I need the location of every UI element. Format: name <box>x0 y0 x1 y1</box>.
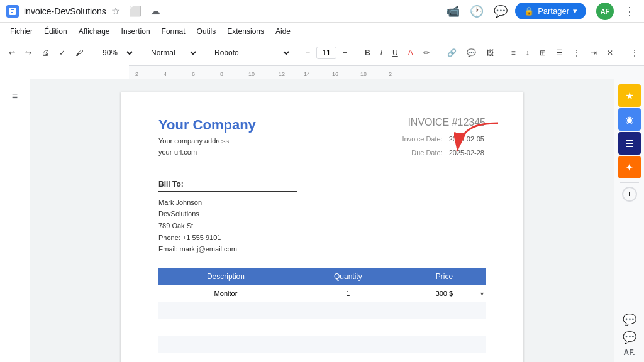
row4-quantity <box>293 336 403 353</box>
menu-aide[interactable]: Aide <box>270 25 296 38</box>
bill-to-line <box>158 191 297 192</box>
client-email: Email: mark.j@email.com <box>158 243 486 255</box>
font-size-decrease[interactable]: − <box>302 46 314 60</box>
undo-icon[interactable]: ↩ <box>5 46 19 60</box>
table-header-price: Price <box>403 268 486 285</box>
ext-add-icon[interactable]: + <box>622 187 637 202</box>
lock-icon: 🔒 <box>524 6 534 16</box>
chat2-icon[interactable]: 💬 <box>623 331 636 344</box>
avatar[interactable]: AF <box>596 3 614 20</box>
columns-button[interactable]: ⊞ <box>536 46 550 60</box>
ruler: 2 4 6 8 10 12 14 16 18 2 <box>0 65 644 79</box>
menu-format[interactable]: Format <box>157 25 191 38</box>
numbered-list-button[interactable]: ⋮ <box>569 46 584 60</box>
row4-price <box>403 336 486 353</box>
menu-fichier[interactable]: Fichier <box>5 25 38 38</box>
row4-description <box>158 336 293 353</box>
image-button[interactable]: 🖼 <box>482 46 497 60</box>
font-select[interactable]: RobotoArialTimes New Roman <box>209 45 292 60</box>
client-name: Mark Johnson <box>158 197 486 209</box>
sidebar-menu-icon[interactable]: ≡ <box>7 85 23 107</box>
invoice-number: INVOICE #12345 <box>401 117 486 128</box>
bill-to-info: Mark Johnson DevSolutions 789 Oak St Pho… <box>158 197 486 255</box>
paragraph-style-select[interactable]: NormalHeading 1Heading 2 <box>145 45 199 60</box>
underline-button[interactable]: U <box>389 46 402 60</box>
ext-icon-orange[interactable]: ✦ <box>618 156 641 178</box>
row1-quantity: 1 <box>293 285 403 302</box>
left-sidebar: ≡ <box>0 79 30 362</box>
history-icon[interactable]: 🕐 <box>467 2 486 21</box>
invoice-header: Your Company Your company address your-u… <box>158 117 486 161</box>
font-size-input[interactable] <box>316 47 336 59</box>
menu-outils[interactable]: Outils <box>192 25 221 38</box>
table-row <box>158 336 486 353</box>
document: Your Company Your company address your-u… <box>121 92 523 362</box>
indent-button[interactable]: ⇥ <box>587 46 601 60</box>
row3-quantity <box>293 319 403 336</box>
company-section: Your Company Your company address your-u… <box>158 117 256 158</box>
more-options-button[interactable]: ⋮ <box>627 46 642 60</box>
clear-format-button[interactable]: ✕ <box>603 46 617 60</box>
client-address: 789 Oak St <box>158 220 486 232</box>
chevron-down-icon: ▾ <box>573 6 577 16</box>
dropdown-arrow-icon[interactable]: ▾ <box>480 290 484 297</box>
ext-icon-yellow[interactable]: ★ <box>618 84 641 107</box>
row5-price <box>403 353 486 362</box>
zoom-select[interactable]: 90%100%75% <box>97 45 135 60</box>
company-name: Your Company <box>158 117 256 133</box>
invoice-date: 2025-02-05 <box>449 133 484 146</box>
doc-icon <box>6 5 19 18</box>
chat-icon[interactable]: 💬 <box>623 313 636 327</box>
highlight-button[interactable]: ✏ <box>419 46 433 60</box>
svg-rect-2 <box>11 11 14 11</box>
svg-rect-3 <box>11 12 13 13</box>
link-button[interactable]: 🔗 <box>443 46 460 60</box>
row1-price: 300 $ ▾ <box>403 285 486 302</box>
due-date-label: Due Date: <box>402 147 448 160</box>
bold-button[interactable]: B <box>361 46 374 60</box>
paint-format-icon[interactable]: 🖌 <box>72 46 87 60</box>
menu-edition[interactable]: Édition <box>39 25 72 38</box>
client-phone: Phone: +1 555 9101 <box>158 232 486 244</box>
document-title: invoice-DevSolutions <box>24 6 106 16</box>
invoice-table: Description Quantity Price Monitor 1 300… <box>158 268 486 362</box>
more-icon[interactable]: ⋮ <box>621 2 638 21</box>
invoice-date-label: Invoice Date: <box>402 133 448 146</box>
comment-button[interactable]: 💬 <box>463 46 480 60</box>
redo-icon[interactable]: ↪ <box>21 46 35 60</box>
title-bar: invoice-DevSolutions ☆ ⬜ ☁ 📹 🕐 💬 🔒 Parta… <box>0 0 644 23</box>
ext-bottom-icons: 💬 💬 AF. <box>623 313 636 362</box>
doc-scroll[interactable]: Your Company Your company address your-u… <box>30 79 614 362</box>
italic-button[interactable]: I <box>377 46 386 60</box>
invoice-dates: Invoice Date: 2025-02-05 Due Date: 2025-… <box>401 132 486 161</box>
list-button[interactable]: ☰ <box>552 46 567 60</box>
bill-to-section: Bill To: Mark Johnson DevSolutions 789 O… <box>158 180 486 255</box>
bill-to-label: Bill To: <box>158 180 486 189</box>
ext-icon-dark-blue[interactable]: ☰ <box>618 132 641 155</box>
drive-icon[interactable]: ⬜ <box>129 5 142 17</box>
row3-price <box>403 319 486 336</box>
table-row <box>158 319 486 336</box>
line-spacing-button[interactable]: ↕ <box>522 46 533 60</box>
comment-icon[interactable]: 💬 <box>491 2 510 21</box>
meet-icon[interactable]: 📹 <box>443 2 462 21</box>
ext-icon-blue[interactable]: ◉ <box>618 108 641 131</box>
share-button[interactable]: 🔒 Partager ▾ <box>515 3 586 19</box>
font-size-increase[interactable]: + <box>339 46 351 60</box>
ruler-inner: 2 4 6 8 10 12 14 16 18 2 <box>129 65 644 79</box>
text-color-button[interactable]: A <box>404 46 417 60</box>
star-icon[interactable]: ☆ <box>111 5 120 17</box>
menu-insertion[interactable]: Insertion <box>116 25 155 38</box>
row1-description: Monitor <box>158 285 293 302</box>
table-header-quantity: Quantity <box>293 268 403 285</box>
due-date: 2025-02-28 <box>449 147 484 160</box>
client-company: DevSolutions <box>158 208 486 220</box>
menu-affichage[interactable]: Affichage <box>74 25 115 38</box>
spellcheck-icon[interactable]: ✓ <box>55 46 69 60</box>
print-icon[interactable]: 🖨 <box>38 46 53 60</box>
row2-description <box>158 302 293 319</box>
align-button[interactable]: ≡ <box>508 46 519 60</box>
table-row <box>158 302 486 319</box>
cloud-icon[interactable]: ☁ <box>150 5 160 17</box>
menu-extensions[interactable]: Extensions <box>222 25 269 38</box>
